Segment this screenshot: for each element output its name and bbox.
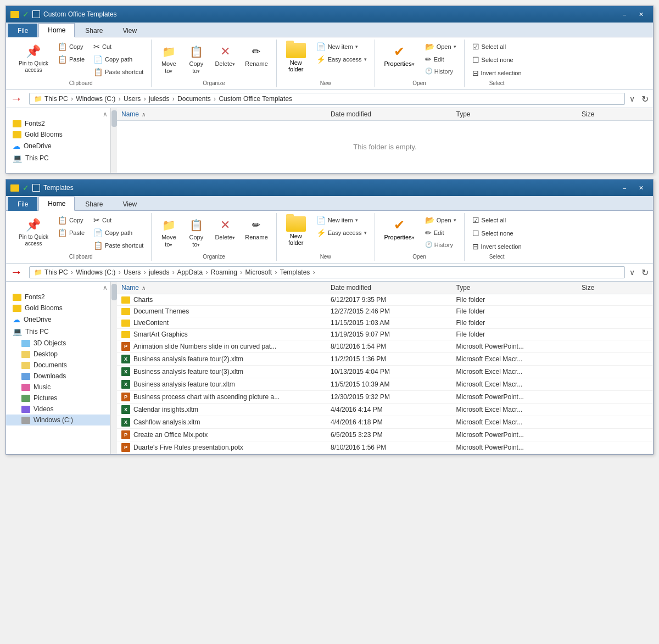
sidebar-item-documents[interactable]: Documents: [6, 360, 110, 371]
tab-file-2[interactable]: File: [8, 197, 37, 211]
edit-button-1[interactable]: ✏ Edit: [422, 53, 460, 65]
rename-button-1[interactable]: ✏ Rename: [241, 41, 272, 70]
file-row[interactable]: X Calendar insights.xltm 4/4/2016 4:14 P…: [117, 404, 653, 416]
paste-button-1[interactable]: 📋 Paste: [54, 53, 88, 65]
cut-button-2[interactable]: ✂ Cut: [90, 214, 147, 226]
sidebar-item-fonts2-2[interactable]: Fonts2: [6, 292, 110, 303]
tab-view-2[interactable]: View: [113, 197, 146, 211]
file-row[interactable]: P Duarte's Five Rules presentation.potx …: [117, 441, 653, 454]
delete-button-1[interactable]: ✕ Delete▾: [211, 41, 239, 70]
new-folder-button-2[interactable]: Newfolder: [281, 214, 311, 248]
file-row[interactable]: Charts 6/12/2017 9:35 PM File folder: [117, 294, 653, 306]
col-date-header-1[interactable]: Date modified: [331, 110, 456, 118]
col-type-header-1[interactable]: Type: [456, 110, 582, 118]
properties-button-1[interactable]: ✔ Properties▾: [379, 41, 420, 69]
select-none-button-2[interactable]: ☐ Select none: [469, 227, 525, 239]
tab-share-1[interactable]: Share: [76, 24, 112, 37]
sidebar-item-goldblooms-2[interactable]: Gold Blooms: [6, 303, 110, 313]
sidebar-scrollbar-1[interactable]: [110, 108, 117, 173]
tab-view-1[interactable]: View: [113, 24, 146, 37]
sidebar-item-goldblooms-1[interactable]: Gold Blooms: [6, 129, 110, 140]
easy-access-button-2[interactable]: ⚡ Easy access ▾: [313, 227, 370, 239]
history-button-2[interactable]: 🕐 History: [422, 239, 460, 250]
sidebar-item-thispc-2[interactable]: 💻 This PC: [6, 326, 110, 338]
sidebar-item-music[interactable]: Music: [6, 382, 110, 393]
tab-home-1[interactable]: Home: [38, 23, 75, 37]
move-icon-1: 📁: [160, 43, 177, 60]
address-path-1[interactable]: 📁 This PC › Windows (C:) › Users › jules…: [29, 93, 625, 105]
file-row[interactable]: SmartArt Graphics 11/19/2015 9:07 PM Fil…: [117, 329, 653, 340]
paste-button-2[interactable]: 📋 Paste: [54, 227, 88, 239]
file-row[interactable]: X Business analysis feature tour(2).xltm…: [117, 353, 653, 366]
sidebar-item-downloads[interactable]: Downloads: [6, 371, 110, 382]
minimize-button-2[interactable]: –: [617, 182, 632, 193]
copy-button-2[interactable]: 📋 Copy: [54, 214, 88, 226]
sidebar-item-onedrive-2[interactable]: ☁ OneDrive: [6, 313, 110, 326]
file-row[interactable]: LiveContent 11/15/2015 1:03 AM File fold…: [117, 317, 653, 329]
easy-access-button-1[interactable]: ⚡ Easy access ▾: [313, 53, 370, 65]
history-button-1[interactable]: 🕐 History: [422, 66, 460, 76]
sidebar-item-videos[interactable]: Videos: [6, 404, 110, 415]
col-type-header-2[interactable]: Type: [456, 284, 582, 292]
addr-refresh-2[interactable]: ↻: [641, 267, 649, 278]
sidebar-item-pictures[interactable]: Pictures: [6, 393, 110, 404]
col-date-header-2[interactable]: Date modified: [331, 284, 456, 292]
move-to-button-2[interactable]: 📁 Moveto▾: [156, 214, 181, 250]
col-name-header-2[interactable]: Name ∧: [121, 284, 331, 292]
move-to-button-1[interactable]: 📁 Moveto▾: [156, 41, 181, 77]
file-row[interactable]: P Business process chart with ascending …: [117, 391, 653, 404]
copy-to-button-2[interactable]: 📋 Copyto▾: [183, 214, 209, 250]
close-button-2[interactable]: ✕: [633, 182, 649, 193]
tab-home-2[interactable]: Home: [38, 197, 75, 211]
minimize-button-1[interactable]: –: [617, 9, 632, 20]
invert-selection-button-2[interactable]: ⊟ Invert selection: [469, 240, 525, 253]
sidebar-item-thispc-1[interactable]: 💻 This PC: [6, 152, 110, 164]
file-row[interactable]: Document Themes 12/27/2015 2:46 PM File …: [117, 306, 653, 317]
properties-button-2[interactable]: ✔ Properties▾: [379, 214, 420, 243]
edit-button-2[interactable]: ✏ Edit: [422, 227, 460, 239]
select-all-button-1[interactable]: ☑ Select all: [469, 41, 525, 53]
rename-button-2[interactable]: ✏ Rename: [241, 214, 272, 243]
delete-button-2[interactable]: ✕ Delete▾: [211, 214, 239, 243]
sidebar-item-3dobjects[interactable]: 3D Objects: [6, 338, 110, 349]
sidebar-item-onedrive-1[interactable]: ☁ OneDrive: [6, 140, 110, 152]
sidebar-item-desktop[interactable]: Desktop: [6, 349, 110, 360]
addr-dropdown-2[interactable]: ∨: [629, 268, 635, 277]
open-button-1[interactable]: 📂 Open ▾: [422, 41, 460, 53]
file-row[interactable]: X Cashflow analysis.xltm 4/4/2016 4:18 P…: [117, 416, 653, 429]
addr-dropdown-1[interactable]: ∨: [629, 94, 635, 103]
file-row[interactable]: X Business analysis feature tour(3).xltm…: [117, 366, 653, 378]
copy-path-button-2[interactable]: 📄 Copy path: [90, 227, 147, 239]
file-row[interactable]: P Create an Office Mix.potx 6/5/2015 3:2…: [117, 429, 653, 441]
new-folder-button-1[interactable]: Newfolder: [281, 41, 311, 75]
new-item-button-1[interactable]: 📄 New item ▾: [313, 41, 370, 53]
open-button-2[interactable]: 📂 Open ▾: [422, 214, 460, 226]
file-row[interactable]: X Business analysis feature tour.xltm 11…: [117, 378, 653, 391]
paste-shortcut-button-1[interactable]: 📋 Paste shortcut: [90, 66, 147, 78]
new-item-button-2[interactable]: 📄 New item ▾: [313, 214, 370, 226]
tab-share-2[interactable]: Share: [76, 197, 112, 211]
sidebar-item-windows-c[interactable]: Windows (C:): [6, 415, 110, 425]
paste-shortcut-button-2[interactable]: 📋 Paste shortcut: [90, 239, 147, 251]
close-button-1[interactable]: ✕: [633, 9, 649, 20]
sidebar-item-fonts2-1[interactable]: Fonts2: [6, 118, 110, 129]
pin-button-2[interactable]: 📌 Pin to Quickaccess: [15, 214, 52, 249]
copy-path-button-1[interactable]: 📄 Copy path: [90, 53, 147, 65]
select-all-button-2[interactable]: ☑ Select all: [469, 214, 525, 226]
cut-button-1[interactable]: ✂ Cut: [90, 41, 147, 53]
sidebar-scrollbar-2[interactable]: [110, 282, 117, 454]
addr-refresh-1[interactable]: ↻: [641, 94, 649, 104]
invert-selection-button-1[interactable]: ⊟ Invert selection: [469, 67, 525, 79]
file-row[interactable]: P Animation slide Numbers slide in on cu…: [117, 340, 653, 353]
col-size-header-2[interactable]: Size: [582, 284, 649, 292]
select-none-button-1[interactable]: ☐ Select none: [469, 54, 525, 66]
col-name-header-1[interactable]: Name ∧: [121, 110, 331, 118]
new-item-icon-1: 📄: [316, 42, 326, 51]
copy-to-button-1[interactable]: 📋 Copyto▾: [183, 41, 209, 77]
tab-file-1[interactable]: File: [8, 24, 37, 37]
pin-button-1[interactable]: 📌 Pin to Quick access: [15, 41, 52, 76]
copy-button-1[interactable]: 📋 Copy: [54, 41, 88, 53]
col-size-header-1[interactable]: Size: [582, 110, 649, 118]
address-path-2[interactable]: 📁 This PC › Windows (C:) › Users › jules…: [29, 266, 625, 278]
history-icon-2: 🕐: [425, 241, 433, 248]
